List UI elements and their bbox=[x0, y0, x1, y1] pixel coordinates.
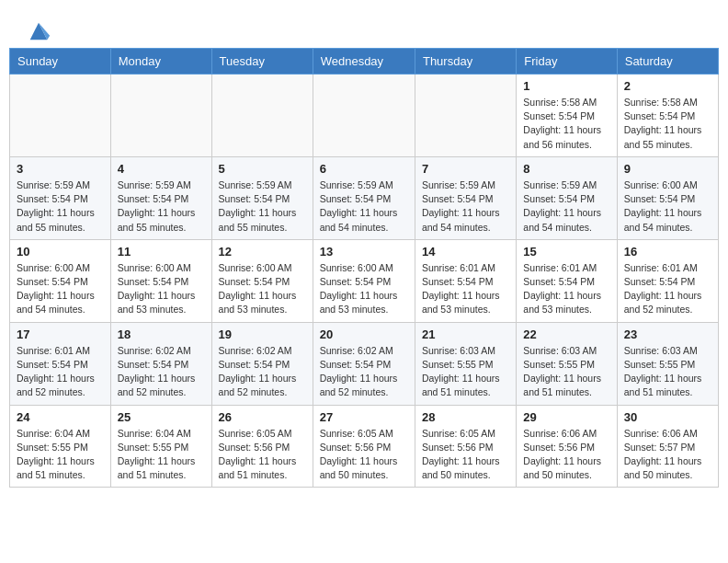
day-info: Sunrise: 6:04 AM Sunset: 5:55 PM Dayligh… bbox=[118, 427, 205, 483]
day-number: 27 bbox=[320, 410, 408, 424]
day-number: 5 bbox=[219, 162, 306, 176]
calendar-cell: 30Sunrise: 6:06 AM Sunset: 5:57 PM Dayli… bbox=[617, 405, 718, 488]
calendar-cell: 19Sunrise: 6:02 AM Sunset: 5:54 PM Dayli… bbox=[211, 322, 313, 405]
calendar-cell: 2Sunrise: 5:58 AM Sunset: 5:54 PM Daylig… bbox=[617, 75, 718, 157]
day-number: 13 bbox=[320, 245, 408, 259]
calendar-cell bbox=[415, 75, 516, 157]
day-info: Sunrise: 5:59 AM Sunset: 5:54 PM Dayligh… bbox=[17, 178, 104, 235]
day-info: Sunrise: 6:02 AM Sunset: 5:54 PM Dayligh… bbox=[320, 344, 408, 400]
calendar-cell: 13Sunrise: 6:00 AM Sunset: 5:54 PM Dayli… bbox=[313, 239, 415, 322]
day-number: 21 bbox=[422, 327, 509, 341]
day-info: Sunrise: 6:00 AM Sunset: 5:54 PM Dayligh… bbox=[219, 261, 306, 317]
calendar-cell: 28Sunrise: 6:05 AM Sunset: 5:56 PM Dayli… bbox=[415, 405, 516, 488]
day-number: 2 bbox=[624, 79, 711, 93]
day-number: 3 bbox=[17, 162, 104, 176]
calendar-cell: 5Sunrise: 5:59 AM Sunset: 5:54 PM Daylig… bbox=[211, 156, 313, 239]
calendar-cell: 17Sunrise: 6:01 AM Sunset: 5:54 PM Dayli… bbox=[10, 322, 111, 405]
logo-icon bbox=[26, 18, 51, 44]
day-info: Sunrise: 5:59 AM Sunset: 5:54 PM Dayligh… bbox=[422, 178, 509, 235]
day-info: Sunrise: 6:01 AM Sunset: 5:54 PM Dayligh… bbox=[17, 344, 104, 400]
day-info: Sunrise: 6:01 AM Sunset: 5:54 PM Dayligh… bbox=[624, 261, 711, 317]
day-info: Sunrise: 6:00 AM Sunset: 5:54 PM Dayligh… bbox=[624, 178, 711, 235]
calendar-cell: 25Sunrise: 6:04 AM Sunset: 5:55 PM Dayli… bbox=[110, 405, 211, 488]
day-number: 20 bbox=[320, 327, 408, 341]
calendar-week-row: 24Sunrise: 6:04 AM Sunset: 5:55 PM Dayli… bbox=[10, 405, 719, 488]
calendar-cell: 7Sunrise: 5:59 AM Sunset: 5:54 PM Daylig… bbox=[415, 156, 516, 239]
calendar-cell: 12Sunrise: 6:00 AM Sunset: 5:54 PM Dayli… bbox=[211, 239, 313, 322]
calendar-cell bbox=[110, 75, 211, 157]
day-number: 6 bbox=[320, 162, 408, 176]
calendar-cell: 24Sunrise: 6:04 AM Sunset: 5:55 PM Dayli… bbox=[10, 405, 111, 488]
calendar-cell: 27Sunrise: 6:05 AM Sunset: 5:56 PM Dayli… bbox=[313, 405, 415, 488]
calendar-cell bbox=[313, 75, 415, 157]
day-number: 25 bbox=[118, 410, 205, 424]
day-info: Sunrise: 5:59 AM Sunset: 5:54 PM Dayligh… bbox=[118, 178, 205, 235]
day-number: 1 bbox=[523, 79, 609, 93]
calendar-cell: 14Sunrise: 6:01 AM Sunset: 5:54 PM Dayli… bbox=[415, 239, 516, 322]
day-info: Sunrise: 5:58 AM Sunset: 5:54 PM Dayligh… bbox=[624, 96, 711, 152]
calendar-week-row: 17Sunrise: 6:01 AM Sunset: 5:54 PM Dayli… bbox=[10, 322, 719, 405]
day-number: 15 bbox=[523, 245, 609, 259]
calendar-cell: 21Sunrise: 6:03 AM Sunset: 5:55 PM Dayli… bbox=[415, 322, 516, 405]
day-info: Sunrise: 6:06 AM Sunset: 5:57 PM Dayligh… bbox=[624, 427, 711, 483]
day-info: Sunrise: 6:01 AM Sunset: 5:54 PM Dayligh… bbox=[523, 261, 609, 317]
weekday-header-tuesday: Tuesday bbox=[211, 49, 313, 75]
day-info: Sunrise: 6:06 AM Sunset: 5:56 PM Dayligh… bbox=[523, 427, 609, 483]
day-number: 7 bbox=[422, 162, 509, 176]
day-info: Sunrise: 6:04 AM Sunset: 5:55 PM Dayligh… bbox=[17, 427, 104, 483]
day-info: Sunrise: 6:05 AM Sunset: 5:56 PM Dayligh… bbox=[422, 427, 509, 483]
day-number: 19 bbox=[219, 327, 306, 341]
day-number: 16 bbox=[624, 245, 711, 259]
calendar-week-row: 10Sunrise: 6:00 AM Sunset: 5:54 PM Dayli… bbox=[10, 239, 719, 322]
page-header bbox=[9, 9, 719, 43]
weekday-header-friday: Friday bbox=[517, 49, 617, 75]
calendar-cell: 29Sunrise: 6:06 AM Sunset: 5:56 PM Dayli… bbox=[517, 405, 617, 488]
day-info: Sunrise: 6:05 AM Sunset: 5:56 PM Dayligh… bbox=[219, 427, 306, 483]
day-number: 18 bbox=[118, 327, 205, 341]
day-info: Sunrise: 6:03 AM Sunset: 5:55 PM Dayligh… bbox=[624, 344, 711, 400]
calendar-cell bbox=[10, 75, 111, 157]
day-info: Sunrise: 5:59 AM Sunset: 5:54 PM Dayligh… bbox=[219, 178, 306, 235]
calendar-week-row: 1Sunrise: 5:58 AM Sunset: 5:54 PM Daylig… bbox=[10, 75, 719, 157]
day-number: 17 bbox=[17, 327, 104, 341]
weekday-header-thursday: Thursday bbox=[415, 49, 516, 75]
day-number: 26 bbox=[219, 410, 306, 424]
day-number: 30 bbox=[624, 410, 711, 424]
calendar-cell: 8Sunrise: 5:59 AM Sunset: 5:54 PM Daylig… bbox=[517, 156, 617, 239]
calendar-cell: 3Sunrise: 5:59 AM Sunset: 5:54 PM Daylig… bbox=[10, 156, 111, 239]
day-number: 28 bbox=[422, 410, 509, 424]
day-info: Sunrise: 6:05 AM Sunset: 5:56 PM Dayligh… bbox=[320, 427, 408, 483]
calendar-cell: 15Sunrise: 6:01 AM Sunset: 5:54 PM Dayli… bbox=[517, 239, 617, 322]
day-number: 23 bbox=[624, 327, 711, 341]
calendar-cell: 4Sunrise: 5:59 AM Sunset: 5:54 PM Daylig… bbox=[110, 156, 211, 239]
day-info: Sunrise: 6:00 AM Sunset: 5:54 PM Dayligh… bbox=[17, 261, 104, 317]
calendar-table: SundayMondayTuesdayWednesdayThursdayFrid… bbox=[9, 48, 719, 488]
day-info: Sunrise: 6:02 AM Sunset: 5:54 PM Dayligh… bbox=[219, 344, 306, 400]
day-number: 22 bbox=[523, 327, 609, 341]
calendar-cell: 22Sunrise: 6:03 AM Sunset: 5:55 PM Dayli… bbox=[517, 322, 617, 405]
day-info: Sunrise: 6:02 AM Sunset: 5:54 PM Dayligh… bbox=[118, 344, 205, 400]
day-number: 11 bbox=[118, 245, 205, 259]
calendar-cell: 23Sunrise: 6:03 AM Sunset: 5:55 PM Dayli… bbox=[617, 322, 718, 405]
day-info: Sunrise: 5:59 AM Sunset: 5:54 PM Dayligh… bbox=[320, 178, 408, 235]
day-number: 4 bbox=[118, 162, 205, 176]
calendar-cell: 26Sunrise: 6:05 AM Sunset: 5:56 PM Dayli… bbox=[211, 405, 313, 488]
weekday-header-saturday: Saturday bbox=[617, 49, 718, 75]
calendar-cell: 11Sunrise: 6:00 AM Sunset: 5:54 PM Dayli… bbox=[110, 239, 211, 322]
day-number: 29 bbox=[523, 410, 609, 424]
day-info: Sunrise: 5:58 AM Sunset: 5:54 PM Dayligh… bbox=[523, 96, 609, 152]
calendar-cell: 6Sunrise: 5:59 AM Sunset: 5:54 PM Daylig… bbox=[313, 156, 415, 239]
day-info: Sunrise: 6:00 AM Sunset: 5:54 PM Dayligh… bbox=[118, 261, 205, 317]
day-info: Sunrise: 6:00 AM Sunset: 5:54 PM Dayligh… bbox=[320, 261, 408, 317]
calendar-week-row: 3Sunrise: 5:59 AM Sunset: 5:54 PM Daylig… bbox=[10, 156, 719, 239]
day-info: Sunrise: 6:03 AM Sunset: 5:55 PM Dayligh… bbox=[523, 344, 609, 400]
day-number: 8 bbox=[523, 162, 609, 176]
day-info: Sunrise: 6:01 AM Sunset: 5:54 PM Dayligh… bbox=[422, 261, 509, 317]
day-number: 12 bbox=[219, 245, 306, 259]
logo bbox=[23, 18, 51, 39]
calendar-cell: 9Sunrise: 6:00 AM Sunset: 5:54 PM Daylig… bbox=[617, 156, 718, 239]
calendar-cell: 16Sunrise: 6:01 AM Sunset: 5:54 PM Dayli… bbox=[617, 239, 718, 322]
day-info: Sunrise: 5:59 AM Sunset: 5:54 PM Dayligh… bbox=[523, 178, 609, 235]
day-number: 10 bbox=[17, 245, 104, 259]
weekday-header-sunday: Sunday bbox=[10, 49, 111, 75]
